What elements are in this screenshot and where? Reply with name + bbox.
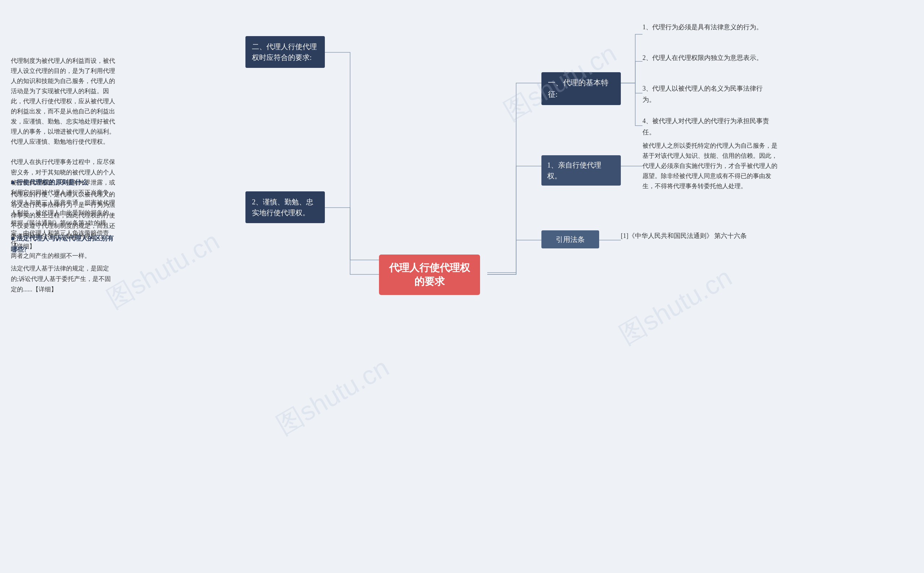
feature-1: 1、代理行为必须是具有法律意义的行为。 <box>643 22 765 33</box>
left-branch-1-node: 二、代理人行使代理权时应符合的要求: <box>245 36 325 68</box>
watermark-2: 图shutu.cn <box>270 350 395 442</box>
right-branch-2-node: 1、亲自行使代理权。 <box>541 155 621 186</box>
feature-3: 3、代理人以被代理人的名义为民事法律行为。 <box>643 83 772 105</box>
right-branch-2-detail: 被代理人之所以委托特定的代理人为自己服务，是基于对该代理人知识、技能、信用的信赖… <box>643 141 780 191</box>
watermark-4: 图shutu.cn <box>613 260 738 352</box>
feature-4: 4、被代理人对代理人的代理行为承担民事责任。 <box>643 116 772 138</box>
bullet-1: ■ 行使代理权的原则是什么 <box>11 177 116 188</box>
right-branch-3-node: 引用法条 <box>541 230 599 248</box>
right-branch-1-node: 一、代理的基本特征: <box>541 72 621 105</box>
bullet-2-sub: 两者之间产生的根据不一样。 <box>11 251 116 261</box>
law-reference: [1]《中华人民共和国民法通则》 第六十六条 <box>621 230 801 241</box>
feature-2: 2、代理人在代理权限内独立为意思表示。 <box>643 52 765 64</box>
center-node: 代理人行使代理权的要求 <box>379 255 480 295</box>
mind-map-canvas: 图shutu.cn 图shutu.cn 图shutu.cn 图shutu.cn … <box>0 0 924 573</box>
left-branch-2-node: 2、谨慎、勤勉、忠实地行使代理权。 <box>245 191 325 223</box>
bullet-2-detail: 法定代理人基于法律的规定，是固定的;诉讼代理人基于委托产生，是不固定的.....… <box>11 264 116 295</box>
watermark-1: 图shutu.cn <box>101 224 225 316</box>
